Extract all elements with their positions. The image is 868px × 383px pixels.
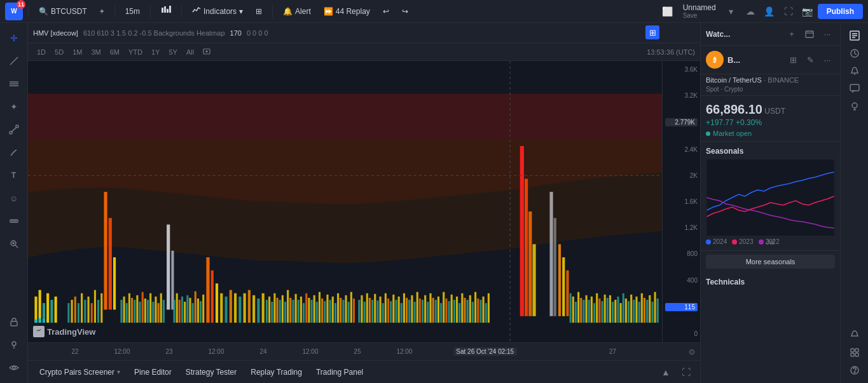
- add-period-btn[interactable]: [199, 46, 216, 58]
- publish-btn[interactable]: Publish: [818, 4, 863, 19]
- alert-btn[interactable]: 🔔 Alert: [278, 4, 316, 18]
- dropdown-chevron-btn[interactable]: ▾: [722, 3, 740, 20]
- unnamed-dropdown-btn[interactable]: Unnamed Save: [678, 1, 721, 21]
- add-symbol-btn[interactable]: +: [95, 4, 109, 18]
- watchlist-calendar-icon[interactable]: [802, 27, 817, 42]
- period-5d[interactable]: 5D: [51, 47, 67, 57]
- undo-btn[interactable]: ↩: [378, 4, 394, 18]
- timeframe-btn[interactable]: 15m: [120, 4, 145, 18]
- svg-rect-178: [528, 212, 532, 316]
- seasonals-title: Seasonals: [706, 147, 835, 156]
- horizontal-line-tool[interactable]: [4, 74, 24, 94]
- fib-tool[interactable]: [4, 119, 24, 140]
- sidebar-chat-icon[interactable]: [847, 81, 862, 97]
- trend-line-tool[interactable]: [4, 51, 24, 71]
- svg-rect-91: [262, 293, 265, 323]
- profile-btn[interactable]: 👤: [761, 3, 778, 20]
- tradingview-text: TradingView: [47, 327, 95, 337]
- period-1m[interactable]: 1M: [69, 47, 86, 57]
- fullscreen-btn[interactable]: ⛶: [780, 3, 797, 20]
- svg-rect-80: [211, 271, 214, 323]
- svg-rect-158: [443, 292, 444, 323]
- period-5y[interactable]: 5Y: [165, 47, 181, 57]
- svg-rect-128: [364, 302, 366, 323]
- replay-trading-btn[interactable]: Replay Trading: [244, 365, 308, 379]
- price-scale: 3.6K 3.2K 2.779K 2.4K 2K 1.6K 1.2K 800 4…: [662, 61, 700, 342]
- indicator-bar: HMV [xdecow] 610 610 3 1.5 0.2 -0.5 Back…: [28, 23, 700, 43]
- symbol-search[interactable]: 🔍 BTCUSDT: [34, 4, 92, 18]
- svg-rect-141: [398, 297, 400, 323]
- period-6m[interactable]: 6M: [106, 47, 123, 57]
- indicators-btn[interactable]: Indicators ▾: [187, 3, 248, 19]
- grid-icon[interactable]: ⊞: [785, 52, 801, 67]
- svg-rect-165: [461, 293, 463, 323]
- svg-rect-146: [411, 295, 413, 323]
- sidebar-notifications-icon[interactable]: [847, 327, 862, 342]
- chart-main[interactable]: TradingView 3.6K 3.2K 2.779K 2.4K 2K 1.6…: [28, 61, 700, 342]
- period-3m[interactable]: 3M: [87, 47, 104, 57]
- svg-rect-73: [189, 298, 191, 323]
- tv-screen-icon[interactable]: ⬜: [659, 3, 677, 20]
- watchlist-more-icon[interactable]: ···: [820, 27, 835, 42]
- pine-editor-btn[interactable]: Pine Editor: [128, 365, 178, 379]
- svg-rect-2: [167, 9, 169, 13]
- lock-tool[interactable]: [4, 312, 24, 332]
- layout-btn[interactable]: ⊞: [251, 4, 267, 18]
- sidebar-watchlist-icon[interactable]: [847, 28, 862, 43]
- brush-tool[interactable]: [4, 142, 24, 163]
- eye-tool[interactable]: [4, 358, 24, 378]
- symbol-more-icon[interactable]: ···: [820, 52, 835, 67]
- more-seasonals-btn[interactable]: More seasonals: [706, 255, 835, 269]
- svg-rect-59: [144, 299, 146, 323]
- sidebar-alerts-icon[interactable]: [847, 64, 862, 79]
- period-ytd[interactable]: YTD: [125, 47, 146, 57]
- redo-btn[interactable]: ↪: [397, 4, 413, 18]
- trading-panel-btn[interactable]: Trading Panel: [310, 365, 369, 379]
- cloud-btn[interactable]: ☁: [741, 3, 759, 20]
- replay-btn[interactable]: ⏩ 44 Replay: [319, 4, 375, 18]
- svg-rect-87: [244, 293, 246, 323]
- crypto-screener-btn[interactable]: Crypto Pairs Screener ▾: [33, 365, 127, 379]
- sidebar-data-icon[interactable]: [847, 345, 862, 360]
- screenshot-btn[interactable]: 📷: [799, 3, 816, 20]
- svg-rect-68: [176, 293, 178, 323]
- edit-icon[interactable]: ✎: [803, 52, 818, 67]
- sidebar-ideas-icon[interactable]: [847, 99, 862, 114]
- expand-icon[interactable]: ⛶: [677, 363, 695, 381]
- chart-type-btn[interactable]: [156, 3, 176, 20]
- measure-tool[interactable]: [4, 211, 24, 231]
- svg-rect-152: [427, 302, 429, 323]
- svg-rect-209: [633, 300, 635, 323]
- market-status: Market open: [706, 130, 835, 137]
- svg-rect-149: [419, 299, 421, 323]
- zoom-tool[interactable]: [4, 234, 24, 254]
- sidebar-history-icon[interactable]: [847, 46, 862, 61]
- svg-rect-47: [100, 293, 102, 323]
- text-tool[interactable]: T: [4, 165, 24, 185]
- symbol-actions: ⊞ ✎ ···: [785, 52, 835, 67]
- sidebar-help-icon[interactable]: [847, 363, 862, 378]
- svg-rect-169: [472, 302, 474, 323]
- indicator-settings-icon[interactable]: ⊞: [645, 25, 659, 39]
- strategy-tester-btn[interactable]: Strategy Tester: [179, 365, 243, 379]
- svg-rect-33: [55, 297, 57, 323]
- pin-tool[interactable]: [4, 335, 24, 355]
- svg-rect-184: [566, 271, 568, 316]
- top-right-icons: ⬜ Unnamed Save ▾ ☁ 👤 ⛶ 📷 Publish: [659, 1, 863, 21]
- chevron-up-icon[interactable]: ▲: [657, 363, 675, 381]
- svg-rect-104: [298, 300, 300, 323]
- period-1y[interactable]: 1Y: [148, 47, 163, 57]
- watchlist-add-icon[interactable]: +: [784, 27, 799, 42]
- svg-rect-173: [483, 297, 485, 323]
- time-scale-icon[interactable]: ⊙: [689, 347, 695, 356]
- crosshair-tool[interactable]: ✛: [4, 28, 24, 48]
- svg-rect-218: [657, 299, 659, 323]
- svg-rect-110: [313, 295, 315, 323]
- app-logo[interactable]: W 11: [5, 3, 23, 20]
- emoji-tool[interactable]: ☺: [4, 188, 24, 208]
- period-all[interactable]: All: [183, 47, 198, 57]
- svg-rect-214: [646, 300, 648, 323]
- period-1d[interactable]: 1D: [33, 47, 50, 57]
- svg-rect-156: [437, 297, 439, 323]
- shapes-tool[interactable]: ✦: [4, 97, 24, 117]
